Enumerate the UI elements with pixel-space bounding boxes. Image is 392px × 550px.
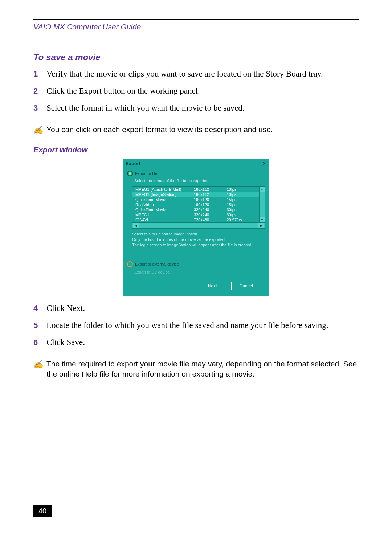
format-name: QuickTime Movie bbox=[135, 197, 194, 202]
export-dialog-figure: Export × Export to file Select the forma… bbox=[33, 159, 359, 296]
format-name: MPEG1 bbox=[135, 213, 194, 217]
format-fps: 10fps bbox=[227, 187, 256, 192]
step-number: 4 bbox=[33, 303, 46, 314]
format-description: Select this to upload to ImageStation. O… bbox=[123, 229, 269, 260]
step-text: Select the format in which you want the … bbox=[46, 102, 244, 114]
note-b: ✍ The time required to export your movie… bbox=[33, 359, 359, 379]
running-head: VAIO MX Computer User Guide bbox=[33, 22, 359, 31]
format-name: QuickTime Movie bbox=[135, 208, 194, 212]
cancel-button[interactable]: Cancel bbox=[231, 282, 261, 290]
export-dialog: Export × Export to file Select the forma… bbox=[123, 159, 269, 296]
desc-line: Only the first 3 minutes of the movie wi… bbox=[132, 237, 260, 242]
format-row[interactable]: MPEG1 (Attach to E-Mail) 160x112 10fps bbox=[132, 187, 259, 192]
step-number: 6 bbox=[33, 337, 46, 348]
scroll-right-icon[interactable]: ▶ bbox=[258, 223, 264, 228]
format-resolution: 160x120 bbox=[194, 197, 227, 202]
steps-list-a: 1 Verify that the movie or clips you wan… bbox=[33, 68, 359, 114]
step-number: 1 bbox=[33, 69, 46, 79]
pencil-note-icon: ✍ bbox=[33, 124, 44, 135]
format-name: RealVideo bbox=[135, 202, 194, 207]
desc-line: The login screen to ImageStation will ap… bbox=[132, 242, 260, 248]
scroll-left-icon[interactable]: ◀ bbox=[133, 223, 139, 228]
format-resolution: 160x120 bbox=[194, 202, 227, 207]
close-icon[interactable]: × bbox=[262, 161, 266, 166]
subsection-title: Export window bbox=[33, 145, 359, 154]
step-text: Click the Export button on the working p… bbox=[46, 85, 200, 97]
scroll-up-icon[interactable]: ▲ bbox=[260, 187, 265, 192]
section-title: To save a movie bbox=[33, 52, 359, 62]
note-text: The time required to export your movie f… bbox=[46, 359, 359, 379]
select-format-label: Select the format of the file to be expo… bbox=[123, 178, 269, 185]
step-number: 5 bbox=[33, 320, 46, 331]
step-item: 5 Locate the folder to which you want th… bbox=[33, 320, 359, 331]
pencil-note-icon: ✍ bbox=[33, 359, 44, 370]
step-text: Click Next. bbox=[46, 303, 85, 314]
scroll-down-icon[interactable]: ▼ bbox=[260, 217, 265, 222]
format-resolution: 720x480 bbox=[194, 218, 227, 222]
format-name: MPEG1 (ImageStation) bbox=[135, 192, 194, 197]
desc-line: Select this to upload to ImageStation. bbox=[132, 231, 260, 237]
note-text: You can click on each export format to v… bbox=[46, 124, 359, 135]
format-fps: 30fps bbox=[227, 208, 256, 212]
format-fps: 15fps bbox=[227, 202, 256, 207]
format-fps: 29.97fps bbox=[227, 218, 256, 222]
step-text: Locate the folder to which you want the … bbox=[46, 320, 328, 331]
horizontal-scrollbar[interactable]: ◀ ▶ bbox=[132, 223, 265, 229]
step-item: 6 Click Save. bbox=[33, 337, 359, 348]
vertical-scrollbar[interactable]: ▲ ▼ bbox=[259, 186, 265, 223]
format-name: MPEG1 (Attach to E-Mail) bbox=[135, 187, 194, 192]
step-text: Verify that the movie or clips you want … bbox=[46, 68, 323, 79]
format-row[interactable]: RealVideo 160x120 15fps bbox=[132, 202, 259, 207]
step-item: 3 Select the format in which you want th… bbox=[33, 102, 359, 114]
format-resolution: 320x240 bbox=[194, 213, 227, 217]
step-number: 2 bbox=[33, 86, 46, 97]
export-to-file-radio[interactable]: Export to file bbox=[123, 170, 269, 178]
step-item: 1 Verify that the movie or clips you wan… bbox=[33, 68, 359, 79]
format-fps: 30fps bbox=[227, 213, 256, 217]
step-text: Click Save. bbox=[46, 337, 85, 348]
format-resolution: 160x112 bbox=[194, 192, 227, 197]
step-item: 4 Click Next. bbox=[33, 303, 359, 314]
format-row[interactable]: QuickTime Movie 160x120 15fps bbox=[132, 197, 259, 202]
format-row[interactable]: QuickTime Movie 320x240 30fps bbox=[132, 207, 259, 212]
page-number: 40 bbox=[33, 505, 52, 517]
step-item: 2 Click the Export button on the working… bbox=[33, 85, 359, 97]
steps-list-b: 4 Click Next. 5 Locate the folder to whi… bbox=[33, 303, 359, 348]
format-fps: 15fps bbox=[227, 197, 256, 202]
radio-selected-icon bbox=[127, 171, 133, 176]
dialog-title: Export bbox=[126, 161, 140, 166]
radio-label: Export to file bbox=[135, 171, 157, 176]
format-name: DV-AVI bbox=[135, 218, 194, 222]
radio-label: Export to external device bbox=[135, 262, 179, 266]
format-list[interactable]: MPEG1 (Attach to E-Mail) 160x112 10fps M… bbox=[132, 186, 259, 223]
next-button[interactable]: Next bbox=[200, 282, 225, 290]
format-row[interactable]: DV-AVI 720x480 29.97fps bbox=[132, 217, 259, 222]
format-resolution: 320x240 bbox=[194, 208, 227, 212]
step-number: 3 bbox=[33, 103, 46, 114]
format-resolution: 160x112 bbox=[194, 187, 227, 192]
format-row[interactable]: MPEG1 (ImageStation) 160x112 10fps bbox=[132, 192, 259, 197]
format-row[interactable]: MPEG1 320x240 30fps bbox=[132, 212, 259, 217]
page-footer: 40 bbox=[33, 505, 359, 517]
note-a: ✍ You can click on each export format to… bbox=[33, 124, 359, 135]
external-device-hint: Export to DV device. bbox=[123, 269, 269, 282]
format-fps: 10fps bbox=[227, 192, 256, 197]
export-to-external-radio[interactable]: Export to external device bbox=[123, 260, 269, 269]
radio-unselected-icon bbox=[127, 261, 133, 267]
